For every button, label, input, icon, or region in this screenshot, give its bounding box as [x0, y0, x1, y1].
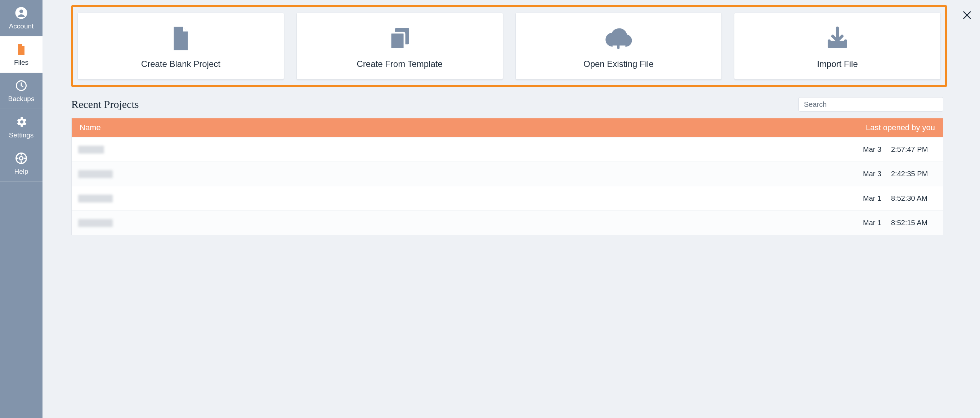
card-import-file[interactable]: Import File	[734, 13, 941, 79]
sidebar: Account Files Backups Settings	[0, 0, 43, 418]
card-label: Import File	[817, 59, 858, 69]
card-label: Create From Template	[356, 59, 442, 69]
svg-rect-7	[390, 33, 404, 49]
cell-name	[72, 219, 857, 227]
account-icon	[15, 6, 28, 19]
sidebar-item-label: Backups	[8, 95, 35, 103]
card-create-from-template[interactable]: Create From Template	[296, 13, 503, 79]
svg-point-1	[19, 10, 23, 13]
redacted-name	[78, 195, 113, 203]
document-icon	[167, 24, 195, 52]
redacted-name	[78, 146, 104, 154]
table-row[interactable]: Mar 1 8:52:15 AM	[72, 211, 943, 235]
card-create-blank-project[interactable]: Create Blank Project	[78, 13, 284, 79]
sidebar-item-backups[interactable]: Backups	[0, 73, 43, 109]
cell-name	[72, 170, 857, 178]
svg-point-3	[20, 120, 24, 124]
copy-icon	[386, 24, 414, 52]
cell-date: Mar 1	[857, 219, 888, 227]
action-cards-highlight: Create Blank Project Create From Templat…	[71, 5, 947, 87]
svg-point-5	[19, 157, 23, 160]
sidebar-item-files[interactable]: Files	[0, 36, 43, 73]
gear-icon	[15, 116, 28, 128]
sidebar-item-label: Files	[14, 59, 29, 66]
table-row[interactable]: Mar 1 8:52:30 AM	[72, 186, 943, 211]
cell-name	[72, 195, 857, 203]
column-header-last-opened[interactable]: Last opened by you	[857, 123, 943, 132]
help-icon	[15, 152, 28, 165]
sidebar-item-account[interactable]: Account	[0, 0, 43, 36]
table-row[interactable]: Mar 3 2:42:35 PM	[72, 162, 943, 186]
card-label: Create Blank Project	[141, 59, 220, 69]
cell-date: Mar 3	[857, 145, 888, 154]
close-icon	[961, 10, 973, 21]
sidebar-item-label: Account	[9, 22, 34, 30]
cell-name	[72, 146, 857, 154]
search-input[interactable]	[799, 97, 943, 111]
cell-time: 2:57:47 PM	[888, 145, 943, 154]
import-icon	[823, 24, 851, 52]
close-button[interactable]	[961, 10, 973, 21]
recent-projects-table: Name Last opened by you Mar 3 2:57:47 PM…	[71, 118, 943, 235]
sidebar-item-settings[interactable]: Settings	[0, 109, 43, 145]
column-header-name[interactable]: Name	[72, 123, 857, 132]
redacted-name	[78, 170, 113, 178]
recent-projects-title: Recent Projects	[71, 98, 138, 111]
file-icon	[15, 43, 28, 56]
cell-time: 8:52:30 AM	[888, 194, 943, 203]
redacted-name	[78, 219, 113, 227]
cell-time: 8:52:15 AM	[888, 219, 943, 227]
clock-icon	[15, 79, 28, 92]
card-label: Open Existing File	[584, 59, 654, 69]
table-header: Name Last opened by you	[72, 118, 943, 137]
action-cards-row: Create Blank Project Create From Templat…	[78, 13, 941, 79]
sidebar-item-label: Settings	[9, 131, 34, 139]
app-root: Account Files Backups Settings	[0, 0, 980, 418]
cell-date: Mar 3	[857, 170, 888, 178]
sidebar-item-help[interactable]: Help	[0, 145, 43, 182]
recent-header: Recent Projects	[71, 97, 943, 111]
card-open-existing-file[interactable]: Open Existing File	[515, 13, 722, 79]
sidebar-item-label: Help	[14, 168, 28, 176]
table-row[interactable]: Mar 3 2:57:47 PM	[72, 137, 943, 162]
cloud-upload-icon	[605, 24, 632, 52]
main-content: Create Blank Project Create From Templat…	[43, 0, 980, 418]
cell-date: Mar 1	[857, 194, 888, 203]
cell-time: 2:42:35 PM	[888, 170, 943, 178]
